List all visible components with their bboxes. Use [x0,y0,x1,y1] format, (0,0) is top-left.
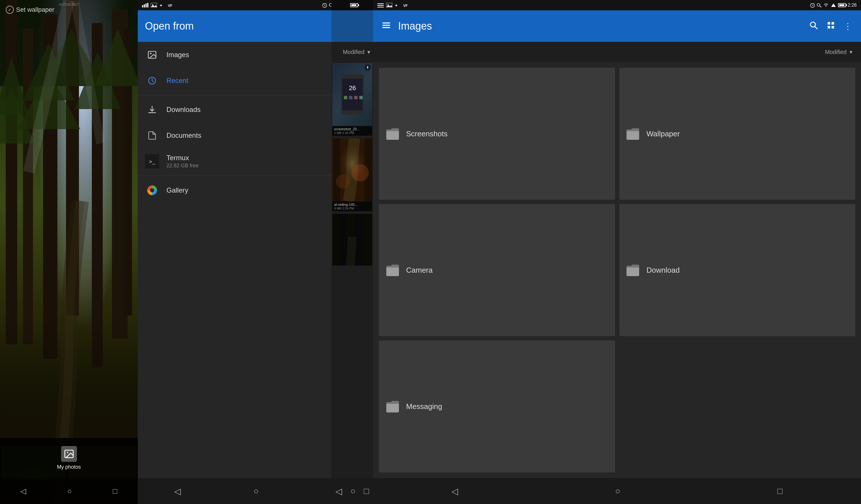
sort-bar-p2: Modified ▾ [331,42,373,62]
status-icons-right-p3: 2:26 [810,3,857,8]
status-time-p3: 2:26 [848,3,857,8]
wifi-icon-p3 [823,3,829,8]
folder-name-messaging: Messaging [406,402,442,411]
nav-bar-p3: ◁ ○ □ [373,478,861,504]
folder-camera[interactable]: Camera [379,204,615,336]
images-title: Images [398,20,802,32]
nav-bar-panel1: ◁ ○ □ [0,478,138,504]
svg-rect-2 [6,0,17,344]
svg-line-78 [811,3,811,4]
recents-button-p2r[interactable]: □ [364,486,369,496]
svg-line-77 [812,5,814,6]
panel-open-from: Modified ▾ 26 [138,0,373,504]
status-icons-left-p2: ✦ VF [142,3,174,8]
folder-messaging[interactable]: Messaging [379,340,615,473]
star-icon-p3: ✦ [395,3,401,8]
svg-text:VF: VF [168,4,172,8]
battery-icon-p3 [838,3,846,7]
svg-line-51 [325,5,326,6]
recents-button-p1[interactable]: □ [113,487,118,496]
svg-point-35 [352,164,369,181]
photo-icon-p3 [386,3,392,8]
svg-rect-91 [828,26,830,28]
recent-icon [145,73,159,88]
downloads-icon [145,103,159,117]
folder-screenshots[interactable]: Screenshots [379,68,615,200]
sort-label-p3: Modified [825,49,847,55]
svg-rect-42 [144,4,145,8]
alarm-icon-p3 [810,3,815,8]
app-bar-images: Images ⋮ [373,10,861,42]
app-bar-icons-p3: ⋮ [808,19,854,33]
svg-line-79 [814,3,814,4]
svg-point-36 [336,174,350,189]
folder-icon-messaging [385,399,400,413]
home-button-p1[interactable]: ○ [67,487,72,496]
svg-rect-38 [332,214,340,265]
recents-button-p3[interactable]: □ [777,486,782,496]
images-icon [145,47,159,62]
image-thumbs: 26 ⬇ screenshot_20... 1 MB 2:26 PM [331,62,373,478]
svg-text:26: 26 [349,84,356,92]
svg-marker-83 [831,3,836,7]
set-wallpaper-label: Set wallpaper [16,6,54,13]
svg-rect-29 [354,96,358,99]
nav-bar-p2-right: ◁ ○ □ [331,478,373,504]
svg-rect-25 [342,79,363,110]
my-photos-icon[interactable] [61,446,77,462]
my-photos-label: My photos [57,464,81,470]
folder-wallpaper[interactable]: Wallpaper [619,68,856,200]
folder-download[interactable]: Download [619,204,856,336]
back-button-p2[interactable]: ◁ [174,486,181,496]
list-view-button[interactable] [825,19,837,33]
documents-icon [145,128,159,142]
home-button-p2[interactable]: ○ [254,486,259,496]
svg-rect-30 [359,96,363,99]
svg-point-67 [150,188,154,192]
star-icon-p2: ✦ [159,3,166,8]
more-options-button-p3[interactable]: ⋮ [842,20,854,32]
open-from-title: Open from [145,20,331,32]
svg-rect-3 [23,29,33,344]
svg-rect-44 [147,3,148,8]
forest-svg [0,0,138,504]
folder-icon-screenshots [385,126,400,141]
back-button-p1[interactable]: ◁ [20,487,26,496]
back-button-p3[interactable]: ◁ [451,486,458,496]
svg-line-53 [326,3,326,4]
panel-wallpaper: AUTAB.NET ✓ Set wallpaper My photos ◁ ○ … [0,0,138,504]
svg-rect-92 [832,26,834,28]
folder-name-camera: Camera [406,266,433,275]
svg-rect-28 [349,96,353,99]
svg-line-88 [815,26,817,29]
thumb-forest2[interactable] [332,214,372,265]
watermark: AUTAB.NET [58,2,79,6]
set-wallpaper-button[interactable]: ✓ Set wallpaper [6,6,54,14]
search-button[interactable] [808,19,819,33]
panel-images: ✦ VF [373,0,861,504]
sort-arrow-p3: ▾ [849,49,852,55]
thumb-forest[interactable]: at-reding-140... 9 MB 2:24 PM [332,138,372,211]
checkmark-icon: ✓ [6,6,14,14]
svg-rect-89 [828,22,830,24]
thumb2-meta: 9 MB 2:24 PM [334,207,370,210]
hamburger-menu-button[interactable] [380,19,392,33]
thumb-screenshot[interactable]: 26 ⬇ screenshot_20... 1 MB 2:26 PM [332,63,372,136]
folder-name-screenshots: Screenshots [406,130,448,138]
signal-icon-p2 [142,3,148,8]
svg-text:✦: ✦ [159,3,163,8]
folder-name-download: Download [647,266,680,275]
back-button-p2r[interactable]: ◁ [336,486,342,496]
svg-text:VF: VF [403,4,408,8]
folder-icon-download [625,263,641,277]
home-button-p3[interactable]: ○ [615,486,620,496]
svg-point-63 [150,53,152,54]
my-photos-section: My photos [0,438,138,478]
sort-label-p2: Modified [343,49,365,55]
hamburger-icon-p3 [378,3,384,8]
key-icon-p3 [817,3,821,8]
svg-point-23 [67,452,68,453]
folder-icon-camera [385,263,400,277]
gallery-icon [145,183,159,197]
home-button-p2r[interactable]: ○ [351,486,356,496]
